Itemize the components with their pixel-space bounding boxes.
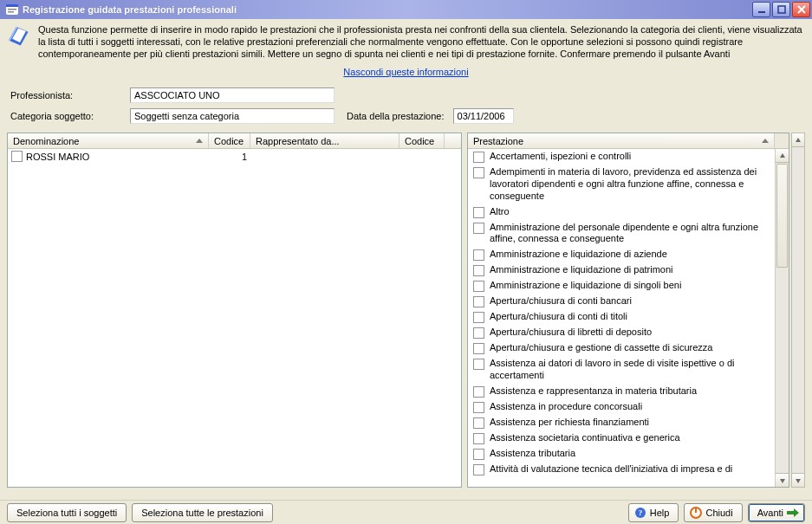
service-text: Altro xyxy=(490,206,510,218)
svg-rect-4 xyxy=(758,11,765,13)
list-item[interactable]: Accertamenti, ispezioni e controlli xyxy=(468,149,775,165)
scroll-thumb[interactable] xyxy=(776,164,788,268)
service-checkbox[interactable] xyxy=(473,312,484,323)
service-checkbox[interactable] xyxy=(473,223,484,234)
scroll-up-icon[interactable] xyxy=(776,149,789,163)
svg-rect-1 xyxy=(6,4,18,7)
list-item[interactable]: Amministrazione e liquidazione di aziend… xyxy=(468,247,775,262)
service-text: Accertamenti, ispezioni e controlli xyxy=(490,151,631,163)
app-icon xyxy=(5,3,19,16)
service-checkbox[interactable] xyxy=(473,281,484,292)
list-item[interactable]: Altro xyxy=(468,204,775,220)
service-text: Apertura/chiusura di libretti di deposit… xyxy=(490,327,652,339)
info-text: Questa funzione permette di inserire in … xyxy=(38,24,803,60)
service-checkbox[interactable] xyxy=(473,464,484,475)
col-codice2[interactable]: Codice xyxy=(400,133,445,148)
service-text: Assistenza per richiesta finanziamenti xyxy=(490,417,649,429)
service-text: Attività di valutazione tecnica dell'ini… xyxy=(490,463,732,475)
categoria-input[interactable] xyxy=(130,108,335,124)
service-text: Apertura/chiusura di conti di titoli xyxy=(490,311,627,323)
list-item[interactable]: Assistenza societaria continuativa e gen… xyxy=(468,430,775,446)
service-text: Apertura/chiusura di conti bancari xyxy=(490,295,632,307)
list-item[interactable]: Assistenza per richiesta finanziamenti xyxy=(468,415,775,430)
service-text: Assistenza tributaria xyxy=(490,448,575,460)
col-codice[interactable]: Codice xyxy=(209,133,250,148)
info-banner: Questa funzione permette di inserire in … xyxy=(0,19,812,61)
svg-rect-5 xyxy=(778,6,785,13)
codice2-cell xyxy=(400,149,445,164)
service-checkbox[interactable] xyxy=(473,327,484,339)
service-checkbox[interactable] xyxy=(473,167,484,178)
list-item[interactable]: Apertura/chiusura di conti bancari xyxy=(468,294,775,309)
professionista-label: Professionista: xyxy=(10,90,130,100)
services-scrollbar[interactable] xyxy=(775,149,789,487)
service-checkbox[interactable] xyxy=(473,386,484,398)
title-bar: Registrazione guidata prestazioni profes… xyxy=(0,0,812,19)
hide-info-link[interactable]: Nascondi queste informazioni xyxy=(343,67,468,77)
service-checkbox[interactable] xyxy=(473,265,484,276)
select-all-subjects-button[interactable]: Seleziona tutti i soggetti xyxy=(7,503,127,522)
service-checkbox[interactable] xyxy=(473,402,484,413)
select-all-services-button[interactable]: Seleziona tutte le prestazioni xyxy=(132,503,273,522)
maximize-button[interactable] xyxy=(772,2,790,17)
scroll-down-icon[interactable] xyxy=(776,473,789,487)
col-denominazione[interactable]: Denominazione xyxy=(8,133,209,148)
list-item[interactable]: Apertura/chiusura di libretti di deposit… xyxy=(468,325,775,340)
minimize-button[interactable] xyxy=(752,2,770,17)
service-text: Assistenza societaria continuativa e gen… xyxy=(490,432,680,444)
col-prestazione[interactable]: Prestazione xyxy=(468,133,775,148)
service-checkbox[interactable] xyxy=(473,359,484,370)
rappr-cell xyxy=(250,149,400,164)
list-item[interactable]: Apertura/chiusura e gestione di cassette… xyxy=(468,340,775,356)
help-icon: ? xyxy=(634,507,646,519)
data-prestazione-input[interactable] xyxy=(453,108,514,124)
professionista-input[interactable] xyxy=(130,87,335,103)
list-item[interactable]: Amministrazione e liquidazione di patrim… xyxy=(468,262,775,278)
service-checkbox[interactable] xyxy=(473,152,484,163)
list-item[interactable]: Attività di valutazione tecnica dell'ini… xyxy=(468,462,775,477)
service-text: Amministrazione del personale dipendente… xyxy=(490,222,770,246)
list-item[interactable]: Assistenza tributaria xyxy=(468,446,775,462)
list-item[interactable]: Assistenza e rappresentanza in materia t… xyxy=(468,384,775,399)
services-table: Prestazione Accertamenti, ispezioni e co… xyxy=(467,133,789,488)
categoria-label: Categoria soggetto: xyxy=(10,111,130,121)
outer-scroll-up-icon[interactable] xyxy=(792,133,804,147)
svg-text:?: ? xyxy=(639,508,643,517)
service-checkbox[interactable] xyxy=(473,343,484,354)
table-row[interactable]: ROSSI MARIO1 xyxy=(8,149,461,164)
service-text: Assistenza in procedure concorsuali xyxy=(490,401,642,413)
service-checkbox[interactable] xyxy=(473,417,484,429)
service-checkbox[interactable] xyxy=(473,449,484,460)
window-title: Registrazione guidata prestazioni profes… xyxy=(23,4,752,15)
svg-rect-9 xyxy=(695,508,697,513)
next-button[interactable]: Avanti xyxy=(748,503,805,522)
outer-scrollbar[interactable] xyxy=(791,133,805,488)
help-button[interactable]: ? Help xyxy=(628,503,679,522)
service-checkbox[interactable] xyxy=(473,249,484,261)
arrow-right-icon xyxy=(787,508,799,518)
col-scroll-gap xyxy=(775,133,789,148)
list-item[interactable]: Assistenza in procedure concorsuali xyxy=(468,399,775,415)
power-icon xyxy=(690,507,702,519)
list-item[interactable]: Adempimenti in materia di lavoro, previd… xyxy=(468,165,775,204)
service-checkbox[interactable] xyxy=(473,296,484,307)
info-icon xyxy=(7,24,31,49)
codice-cell: 1 xyxy=(209,149,250,164)
list-item[interactable]: Amministrazione e liquidazione di singol… xyxy=(468,278,775,294)
service-text: Amministrazione e liquidazione di singol… xyxy=(490,280,681,292)
outer-scroll-down-icon[interactable] xyxy=(792,473,804,487)
svg-rect-2 xyxy=(8,9,16,10)
service-text: Assistenza ai datori di lavoro in sede d… xyxy=(490,358,770,382)
row-checkbox[interactable] xyxy=(11,151,23,162)
close-button[interactable] xyxy=(792,2,810,17)
service-checkbox[interactable] xyxy=(473,207,484,218)
list-item[interactable]: Amministrazione del personale dipendente… xyxy=(468,220,775,248)
col-rappresentato[interactable]: Rappresentato da... xyxy=(250,133,400,148)
close-dialog-button[interactable]: Chiudi xyxy=(684,503,742,522)
list-item[interactable]: Assistenza ai datori di lavoro in sede d… xyxy=(468,356,775,384)
service-text: Adempimenti in materia di lavoro, previd… xyxy=(490,166,770,202)
service-text: Apertura/chiusura e gestione di cassette… xyxy=(490,342,712,354)
data-prestazione-label: Data della prestazione: xyxy=(347,111,445,121)
list-item[interactable]: Apertura/chiusura di conti di titoli xyxy=(468,309,775,325)
service-checkbox[interactable] xyxy=(473,433,484,444)
